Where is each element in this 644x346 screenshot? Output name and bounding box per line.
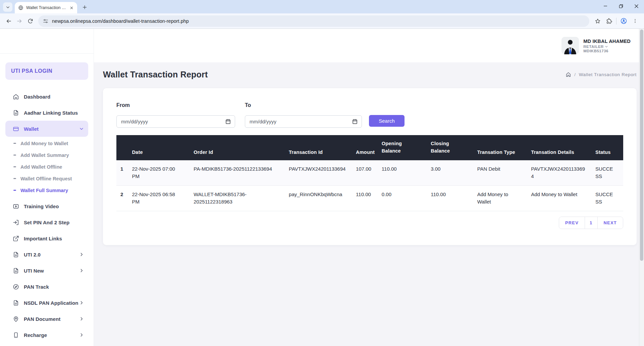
new-tab-button[interactable]	[80, 2, 89, 12]
close-icon	[634, 4, 639, 8]
url-text: newpsa.onlinepsa.com/dashboard/wallet-tr…	[52, 18, 189, 24]
app-window: UTI PSA LOGIN Dashboard Aadhar Linking S…	[0, 29, 644, 346]
sidebar-item-set-pin-and-2-step[interactable]: Set PIN And 2 Step	[5, 214, 88, 230]
sidebar-item-label: Set PIN And 2 Step	[24, 220, 69, 225]
page-title: Wallet Transaction Report	[103, 70, 208, 79]
chevron-right-icon	[79, 332, 84, 338]
sidebar-item-important-links[interactable]: Important Links	[5, 230, 88, 246]
cell-transation-details: PAVTXJWX24201133694	[531, 160, 595, 186]
sidebar-item-training-video[interactable]: Training Video	[5, 198, 88, 214]
compass-icon	[13, 284, 19, 290]
user-menu[interactable]: MD IKBAL AHAMED RETAILER MDIKB51736	[561, 37, 631, 54]
cell-amount: 110.00	[356, 185, 382, 211]
restore-button[interactable]	[613, 0, 629, 12]
puzzle-icon	[606, 18, 612, 24]
user-text: MD IKBAL AHAMED RETAILER MDIKB51736	[583, 39, 631, 53]
user-role-label: RETAILER	[583, 45, 604, 49]
tab-close-icon[interactable]	[68, 5, 74, 11]
brand-label: UTI PSA LOGIN	[11, 68, 52, 74]
cell-closing-balance: 110.00	[431, 185, 477, 211]
sidebar-item-dashboard[interactable]: Dashboard	[5, 89, 88, 105]
to-date-input[interactable]	[245, 115, 362, 128]
tab-search-button[interactable]	[3, 2, 12, 12]
sidebar-item-label: PAN Document	[24, 316, 60, 322]
sidebar-item-uti-new[interactable]: UTI New	[5, 263, 88, 279]
star-icon	[595, 18, 601, 24]
scrollbar-thumb[interactable]	[640, 30, 643, 261]
sidebar-item-label: Training Video	[24, 204, 59, 209]
page-number-button[interactable]: 1	[585, 217, 597, 229]
from-date-wrap	[116, 115, 235, 128]
minimize-button[interactable]	[598, 0, 613, 12]
sidebar-item-pan-track[interactable]: PAN Track	[5, 279, 88, 295]
col-transation-type-header: Transation Type	[477, 135, 531, 160]
sidebar-item-pan-document[interactable]: PAN Document	[5, 311, 88, 327]
reload-button[interactable]	[25, 16, 36, 26]
restore-icon	[619, 4, 623, 8]
close-window-button[interactable]	[629, 0, 644, 12]
from-date-input[interactable]	[116, 115, 235, 128]
sidebar: UTI PSA LOGIN Dashboard Aadhar Linking S…	[0, 29, 94, 346]
sidebar-subitem-add-money-to-wallet[interactable]: Add Money to Wallet	[5, 137, 88, 149]
sidebar-subitem-add-wallet-summary[interactable]: Add Wallet Summary	[5, 149, 88, 161]
col-status-header: Status	[595, 135, 623, 160]
prev-page-button[interactable]: PREV	[559, 217, 585, 229]
cell-transation-type: PAN Debit	[477, 160, 531, 186]
table-body: 1 22-Nov-2025 07:00 PM PA-MDIKB51736-202…	[116, 160, 623, 211]
sidebar-subitem-add-wallet-offline[interactable]: Add Wallet Offline	[5, 161, 88, 173]
sidebar-item-label: UTI New	[24, 268, 44, 274]
browser-profile-button[interactable]	[618, 16, 629, 26]
cell-transaction-id: PAVTXJWX24201133694	[289, 160, 356, 186]
to-label: To	[245, 102, 362, 108]
forward-button[interactable]	[14, 16, 25, 26]
from-label: From	[116, 102, 235, 108]
browser-tab[interactable]: Wallet Transaction Report	[15, 2, 77, 13]
topbar: MD IKBAL AHAMED RETAILER MDIKB51736	[94, 29, 644, 62]
sidebar-subitem-wallet-offline-request[interactable]: Wallet Offline Request	[5, 173, 88, 184]
sidebar-subitem-label: Add Wallet Summary	[20, 153, 69, 158]
sidebar-item-uti-2-0[interactable]: UTI 2.0	[5, 246, 88, 263]
file-icon	[13, 300, 19, 306]
user-code: MDIKB51736	[583, 49, 631, 53]
table-row: 2 22-Nov-2025 06:58 PM WALLET-MDIKB51736…	[116, 185, 623, 211]
cell-sn: 1	[116, 160, 132, 186]
sidebar-item-label: Important Links	[24, 236, 62, 241]
search-button[interactable]: Search	[369, 115, 405, 127]
sidebar-item-recharge[interactable]: Recharge	[5, 327, 88, 343]
sidebar-item-wallet[interactable]: Wallet	[5, 121, 88, 137]
dash-icon	[13, 166, 16, 167]
brand-badge: UTI PSA LOGIN	[5, 62, 88, 80]
bookmark-star-button[interactable]	[592, 16, 603, 26]
back-button[interactable]	[3, 16, 14, 26]
extensions-button[interactable]	[603, 16, 615, 26]
main-area: MD IKBAL AHAMED RETAILER MDIKB51736 Wall…	[94, 29, 644, 346]
reload-icon	[28, 18, 33, 24]
page-scrollbar[interactable]	[639, 29, 644, 346]
breadcrumb-current: Wallet Transaction Report	[579, 72, 637, 77]
sidebar-item-label: Aadhar Linking Status	[24, 110, 78, 116]
sidebar-subitem-wallet-full-summary[interactable]: Wallet Full Summary	[5, 184, 88, 196]
chevron-right-icon	[79, 268, 84, 273]
col-opening-balance-header: Opening Balance	[382, 135, 431, 160]
cell-date: 22-Nov-2025 07:00 PM	[132, 160, 194, 186]
back-arrow-icon	[6, 18, 12, 24]
url-bar[interactable]: newpsa.onlinepsa.com/dashboard/wallet-tr…	[38, 15, 589, 27]
sidebar-item-label: Wallet	[24, 126, 39, 132]
table-header-row: Date Order Id Transaction Id Amount Open…	[116, 135, 623, 160]
home-icon[interactable]	[566, 72, 571, 77]
chevron-down-icon	[605, 45, 608, 48]
table-header: Date Order Id Transaction Id Amount Open…	[116, 135, 623, 160]
file-icon	[13, 251, 19, 258]
browser-menu-button[interactable]	[629, 16, 641, 26]
dash-icon	[13, 143, 16, 144]
sidebar-item-nsdl-pan-application[interactable]: NSDL PAN Application	[5, 295, 88, 311]
table-row: 1 22-Nov-2025 07:00 PM PA-MDIKB51736-202…	[116, 160, 623, 186]
sidebar-item-label: PAN Track	[24, 284, 49, 290]
next-page-button[interactable]: NEXT	[597, 217, 623, 229]
user-role[interactable]: RETAILER	[583, 45, 631, 49]
sidebar-item-aadhar-linking-status[interactable]: Aadhar Linking Status	[5, 105, 88, 121]
content-area: Wallet Transaction Report / Wallet Trans…	[94, 62, 644, 346]
col-transation-details-header: Transation Details	[531, 135, 595, 160]
sidebar-item-label: NSDL PAN Application	[24, 300, 78, 306]
forward-arrow-icon	[16, 18, 22, 24]
